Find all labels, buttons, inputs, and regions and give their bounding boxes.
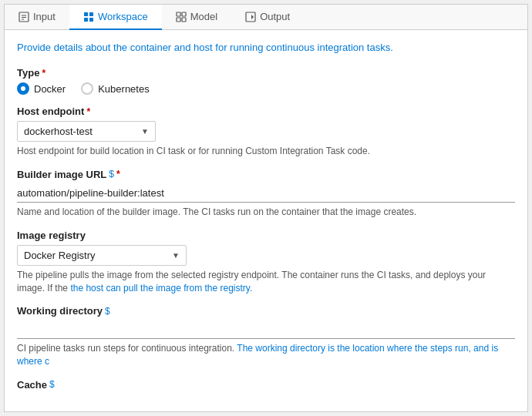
working-directory-dollar: $ — [105, 306, 110, 317]
type-radio-group: Docker Kubernetes — [17, 82, 515, 95]
svg-rect-10 — [177, 18, 180, 22]
chevron-down-icon-2: ▼ — [172, 251, 180, 260]
radio-docker-circle[interactable] — [17, 82, 29, 95]
description-text: Provide details about the container and … — [17, 41, 515, 55]
svg-rect-8 — [177, 12, 180, 16]
image-registry-value: Docker Registry — [24, 250, 95, 261]
builder-image-section: Builder image URL $ * Name and location … — [17, 169, 515, 219]
host-endpoint-section: Host endpoint * dockerhost-test ▼ Host e… — [17, 106, 515, 158]
tab-output-label: Output — [260, 11, 290, 22]
builder-image-dollar: $ — [109, 169, 114, 179]
host-endpoint-dropdown[interactable]: dockerhost-test ▼ — [17, 121, 156, 142]
host-endpoint-value: dockerhost-test — [24, 126, 93, 137]
svg-rect-11 — [182, 18, 186, 22]
image-registry-help: The pipeline pulls the image from the se… — [17, 269, 515, 295]
type-section: Type * Docker Kubernetes — [17, 67, 515, 95]
tab-output[interactable]: Output — [231, 5, 304, 30]
output-icon — [245, 12, 256, 22]
tab-input[interactable]: Input — [5, 5, 69, 30]
working-directory-input-wrapper — [17, 320, 515, 339]
svg-rect-6 — [84, 18, 88, 22]
builder-image-input-wrapper — [17, 184, 515, 203]
type-required: * — [42, 68, 45, 79]
workspace-icon — [83, 12, 94, 22]
tab-workspace[interactable]: Workspace — [69, 5, 162, 30]
working-directory-label: Working directory $ — [17, 305, 515, 317]
working-directory-input[interactable] — [17, 320, 515, 339]
cache-dollar: $ — [49, 379, 55, 390]
builder-image-help: Name and location of the builder image. … — [17, 206, 515, 219]
chevron-down-icon: ▼ — [141, 127, 149, 136]
cache-input-wrapper — [17, 394, 515, 411]
host-endpoint-required: * — [86, 106, 90, 117]
content-area: Provide details about the container and … — [5, 30, 527, 411]
image-registry-dropdown[interactable]: Docker Registry ▼ — [17, 245, 187, 266]
host-endpoint-label: Host endpoint * — [17, 106, 515, 117]
input-icon — [19, 12, 29, 22]
image-registry-section: Image registry Docker Registry ▼ The pip… — [17, 230, 515, 295]
host-endpoint-help: Host endpoint for build location in CI t… — [17, 145, 515, 158]
radio-docker[interactable]: Docker — [17, 82, 66, 95]
builder-image-required: * — [116, 169, 120, 179]
svg-rect-7 — [89, 18, 93, 22]
working-directory-help: CI pipeline tasks run steps for continuo… — [17, 342, 515, 368]
cache-input[interactable] — [17, 394, 515, 411]
builder-image-label: Builder image URL $ * — [17, 169, 515, 180]
tab-model-label: Model — [190, 11, 217, 22]
radio-kubernetes-label: Kubernetes — [98, 83, 150, 95]
main-window: Input Workspace — [4, 4, 528, 412]
svg-rect-4 — [84, 12, 88, 16]
svg-rect-5 — [89, 12, 93, 16]
model-icon — [176, 12, 187, 22]
tab-bar: Input Workspace — [5, 5, 527, 30]
working-directory-section: Working directory $ CI pipeline tasks ru… — [17, 305, 515, 368]
radio-kubernetes-circle[interactable] — [81, 82, 93, 95]
tab-model[interactable]: Model — [162, 5, 231, 30]
radio-kubernetes[interactable]: Kubernetes — [81, 82, 150, 95]
cache-label: Cache $ — [17, 379, 515, 391]
tab-input-label: Input — [33, 11, 56, 22]
type-label: Type * — [17, 67, 515, 79]
cache-section: Cache $ + — [17, 379, 515, 411]
svg-rect-9 — [182, 12, 186, 16]
radio-docker-label: Docker — [34, 83, 66, 95]
builder-image-input[interactable] — [17, 184, 515, 203]
image-registry-label: Image registry — [17, 230, 515, 241]
svg-rect-12 — [246, 12, 255, 22]
tab-workspace-label: Workspace — [98, 11, 148, 22]
